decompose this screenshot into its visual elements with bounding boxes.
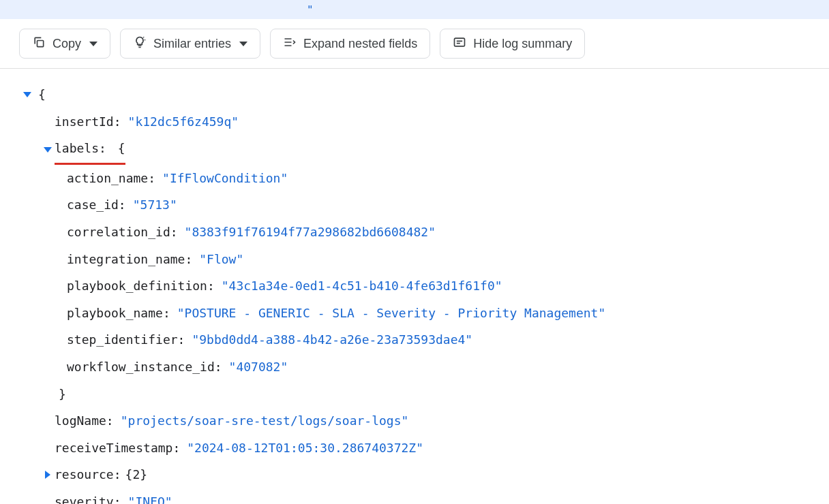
key: severity — [55, 488, 114, 504]
value: "INFO" — [121, 488, 172, 504]
value: "Flow" — [192, 246, 243, 273]
key: correlation_id — [67, 219, 170, 246]
value: "k12dc5f6z459q" — [121, 108, 239, 136]
key: step_identifier — [67, 326, 178, 353]
key: action_name — [67, 165, 148, 192]
expand-icon — [283, 35, 297, 52]
value: "407082" — [222, 353, 288, 381]
root-open[interactable]: { — [20, 81, 829, 108]
key: resource — [55, 461, 114, 488]
similar-entries-button[interactable]: Similar entries — [120, 29, 260, 59]
field-resource[interactable]: resource: {2} — [20, 461, 829, 488]
caret-down-icon[interactable] — [41, 147, 55, 153]
field-case-id[interactable]: case_id: "5713" — [20, 191, 829, 219]
value: "POSTURE - GENERIC - SLA - Severity - Pr… — [170, 300, 606, 327]
copy-label: Copy — [52, 37, 81, 51]
expand-nested-button[interactable]: Expand nested fields — [270, 29, 430, 59]
hide-summary-button[interactable]: Hide log summary — [440, 29, 585, 59]
field-workflow-instance-id[interactable]: workflow_instance_id: "407082" — [20, 353, 829, 381]
highlighted-log-line: " — [0, 0, 829, 19]
similar-entries-label: Similar entries — [153, 37, 231, 51]
banner-text: " — [307, 3, 314, 16]
open-brace: { — [114, 141, 125, 155]
field-labels[interactable]: labels: { — [20, 135, 829, 165]
hide-summary-label: Hide log summary — [473, 37, 572, 51]
key: playbook_name — [67, 300, 163, 327]
field-playbook-name[interactable]: playbook_name: "POSTURE - GENERIC - SLA … — [20, 300, 829, 327]
value: "8383f91f76194f77a298682bd6608482" — [178, 219, 436, 246]
copy-icon — [32, 35, 46, 52]
field-receiveTimestamp[interactable]: receiveTimestamp: "2024-08-12T01:05:30.2… — [20, 435, 829, 462]
value: "9bbd0dd4-a388-4b42-a26e-23a73593dae4" — [185, 326, 472, 353]
log-json-viewer: { insertId: "k12dc5f6z459q" labels: { ac… — [0, 69, 829, 504]
field-playbook-definition[interactable]: playbook_definition: "43c1a34e-0ed1-4c51… — [20, 272, 829, 300]
field-insertId[interactable]: insertId: "k12dc5f6z459q" — [20, 108, 829, 136]
key: case_id — [67, 191, 119, 219]
close-brace: } — [55, 381, 66, 408]
summary-icon — [453, 35, 466, 52]
chevron-down-icon — [89, 42, 97, 46]
caret-right-icon[interactable] — [41, 471, 55, 479]
field-integration-name[interactable]: integration_name: "Flow" — [20, 246, 829, 273]
value: "43c1a34e-0ed1-4c51-b410-4fe63d1f61f0" — [215, 272, 502, 300]
field-logName[interactable]: logName: "projects/soar-sre-test/logs/so… — [20, 407, 829, 435]
copy-button[interactable]: Copy — [19, 29, 110, 59]
log-toolbar: Copy Similar entries Expand nested field… — [0, 19, 829, 69]
field-step-identifier[interactable]: step_identifier: "9bbd0dd4-a388-4b42-a26… — [20, 326, 829, 353]
value: "5713" — [126, 191, 177, 219]
labels-close: } — [20, 381, 829, 408]
chevron-down-icon — [239, 42, 247, 46]
key: receiveTimestamp — [55, 435, 172, 462]
key: insertId — [55, 108, 114, 136]
svg-rect-0 — [37, 40, 44, 46]
collapsed-summary: {2} — [121, 461, 148, 488]
open-brace: { — [34, 81, 46, 108]
value: "projects/soar-sre-test/logs/soar-logs" — [114, 407, 409, 435]
key: playbook_definition — [67, 272, 207, 300]
key: logName — [55, 407, 106, 435]
field-correlation-id[interactable]: correlation_id: "8383f91f76194f77a298682… — [20, 219, 829, 246]
key: labels — [55, 141, 99, 155]
lightbulb-icon — [133, 35, 147, 52]
svg-rect-1 — [455, 38, 465, 46]
key: integration_name — [67, 246, 185, 273]
expand-nested-label: Expand nested fields — [303, 37, 417, 51]
caret-down-icon[interactable] — [20, 92, 34, 97]
field-severity[interactable]: severity: "INFO" — [20, 488, 829, 504]
value: "IfFlowCondition" — [155, 165, 288, 192]
key: workflow_instance_id — [67, 353, 215, 381]
field-action-name[interactable]: action_name: "IfFlowCondition" — [20, 165, 829, 192]
value: "2024-08-12T01:05:30.286740372Z" — [180, 435, 423, 462]
